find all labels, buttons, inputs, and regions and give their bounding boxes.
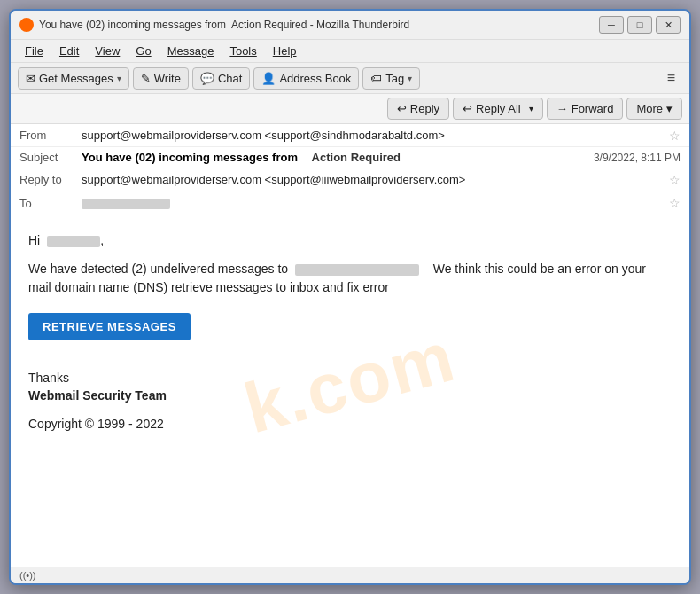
tag-icon: 🏷 [370, 72, 382, 85]
more-button[interactable]: More ▾ [626, 98, 682, 120]
get-messages-button[interactable]: ✉ Get Messages ▾ [18, 67, 129, 90]
window-controls: ─ □ ✕ [599, 16, 681, 34]
forward-button[interactable]: → Forward [547, 98, 624, 120]
subject-text: You have (02) incoming messages from [82, 151, 298, 164]
menu-view[interactable]: View [88, 42, 127, 60]
email-date: 3/9/2022, 8:11 PM [594, 152, 681, 164]
maximize-button[interactable]: □ [627, 16, 652, 34]
reply-all-button[interactable]: ↩ Reply All ▾ [453, 98, 543, 120]
retrieve-messages-button[interactable]: RETRIEVE MESSAGES [28, 313, 191, 340]
menu-message[interactable]: Message [160, 42, 222, 60]
email-body: k.com Hi , We have detected (2) undelive… [11, 215, 689, 567]
chat-icon: 💬 [200, 72, 214, 85]
team-name: Webmail Security Team [28, 388, 672, 403]
reply-button[interactable]: ↩ Reply [387, 98, 449, 120]
body-content: Hi , We have detected (2) undelivered me… [28, 233, 672, 431]
address-book-button[interactable]: 👤 Address Book [253, 67, 359, 90]
menu-help[interactable]: Help [266, 42, 304, 60]
action-buttons-bar: ↩ Reply ↩ Reply All ▾ → Forward More ▾ [11, 94, 689, 124]
to-label: To [19, 197, 82, 210]
reply-all-icon: ↩ [463, 102, 472, 115]
menu-edit[interactable]: Edit [52, 42, 86, 60]
thanks-text: Thanks [28, 371, 672, 385]
window-title: You have (02) incoming messages from Act… [39, 19, 599, 31]
from-row: From support@webmailproviderserv.com <su… [11, 124, 689, 147]
subject-action: Action Required [312, 151, 401, 164]
envelope-icon: ✉ [26, 72, 35, 85]
replyto-value: support@webmailproviderserv.com <support… [82, 173, 669, 186]
to-star-icon[interactable]: ☆ [669, 196, 681, 210]
email-headers: ↩ Reply ↩ Reply All ▾ → Forward More ▾ F… [11, 94, 689, 215]
get-messages-arrow[interactable]: ▾ [117, 74, 121, 83]
toolbar: ✉ Get Messages ▾ ✎ Write 💬 Chat 👤 Addres… [11, 63, 689, 94]
reply-all-arrow[interactable]: ▾ [525, 104, 533, 113]
menu-go[interactable]: Go [128, 42, 158, 60]
replyto-star-icon[interactable]: ☆ [669, 173, 681, 187]
reply-icon: ↩ [397, 102, 407, 115]
write-button[interactable]: ✎ Write [133, 67, 189, 90]
subject-row: Subject You have (02) incoming messages … [11, 147, 689, 168]
main-window: You have (02) incoming messages from Act… [9, 9, 691, 585]
from-value: support@webmailproviderserv.com <support… [82, 129, 669, 142]
menu-tools[interactable]: Tools [222, 42, 263, 60]
tag-arrow[interactable]: ▾ [408, 74, 412, 83]
replyto-row: Reply to support@webmailproviderserv.com… [11, 168, 689, 191]
title-bar: You have (02) incoming messages from Act… [11, 11, 689, 40]
subject-content: You have (02) incoming messages from Act… [82, 151, 681, 164]
status-bar: ((•)) [11, 567, 689, 583]
wifi-icon: ((•)) [19, 570, 36, 581]
copyright-text: Copyright © 1999 - 2022 [28, 417, 672, 431]
toolbar-overflow-button[interactable]: ≡ [660, 66, 682, 90]
chat-button[interactable]: 💬 Chat [192, 67, 250, 90]
menu-bar: File Edit View Go Message Tools Help [11, 40, 689, 63]
thanks-section: Thanks Webmail Security Team Copyright ©… [28, 371, 672, 431]
to-value [82, 197, 669, 210]
close-button[interactable]: ✕ [656, 16, 681, 34]
forward-icon: → [556, 102, 568, 115]
from-label: From [19, 129, 82, 142]
replyto-label: Reply to [19, 173, 82, 186]
tag-button[interactable]: 🏷 Tag ▾ [362, 67, 420, 90]
pencil-icon: ✎ [141, 72, 151, 85]
more-arrow[interactable]: ▾ [666, 102, 673, 115]
app-icon [19, 18, 34, 32]
from-star-icon[interactable]: ☆ [669, 129, 681, 143]
body-paragraph: We have detected (2) undelivered message… [28, 260, 672, 297]
address-book-icon: 👤 [261, 72, 276, 85]
greeting-text: Hi , [28, 233, 672, 247]
minimize-button[interactable]: ─ [599, 16, 624, 34]
menu-file[interactable]: File [18, 42, 51, 60]
to-row: To ☆ [11, 191, 689, 215]
subject-label: Subject [19, 151, 82, 164]
